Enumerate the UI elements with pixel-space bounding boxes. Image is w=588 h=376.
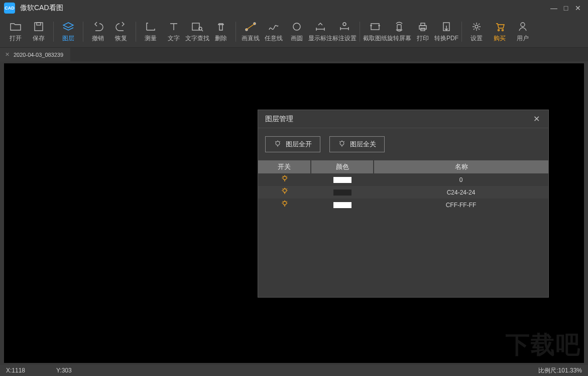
svg-point-45 [283, 189, 286, 193]
tool-label: 标注设置 [332, 34, 357, 43]
dialog-titlebar[interactable]: 图层管理 ✕ [258, 110, 548, 128]
tool-label: 文字 [168, 34, 180, 43]
tool-topdf[interactable]: 转换PDF [434, 18, 458, 46]
tool-label: 图层 [62, 34, 74, 43]
layer-row[interactable]: C24-24-24 [258, 186, 548, 199]
button-label: 图层全关 [350, 140, 376, 149]
layer-switch-cell[interactable] [258, 199, 311, 211]
tool-delete[interactable]: 删除 [209, 18, 232, 46]
svg-line-30 [275, 141, 276, 142]
svg-point-33 [340, 141, 344, 145]
svg-point-6 [254, 23, 256, 25]
status-x: X:1118 [6, 367, 56, 374]
svg-point-24 [475, 25, 478, 28]
svg-line-4 [201, 30, 203, 31]
toolbar-separator [236, 22, 236, 42]
bulb-icon [338, 140, 346, 148]
tool-layers[interactable]: 图层 [57, 18, 80, 46]
tool-buy[interactable]: 购买 [488, 18, 511, 46]
save-icon [32, 21, 45, 32]
delete-icon [214, 21, 227, 32]
layers-icon [62, 21, 75, 32]
svg-line-47 [282, 189, 283, 189]
tool-save[interactable]: 保存 [27, 18, 50, 46]
freeline-icon [267, 21, 280, 32]
dialog-close-button[interactable]: ✕ [531, 114, 541, 124]
tool-text[interactable]: 文字 [162, 18, 185, 46]
col-header-name: 名称 [374, 160, 548, 173]
tool-label: 撤销 [92, 34, 104, 43]
svg-line-55 [286, 201, 287, 202]
text-icon [167, 21, 180, 32]
layer-color-cell[interactable] [311, 173, 374, 186]
layer-color-cell[interactable] [311, 199, 374, 211]
svg-line-36 [344, 141, 345, 142]
toolbar-separator [360, 22, 360, 42]
layers-all-off-button[interactable]: 图层全关 [329, 136, 385, 152]
tool-freeline[interactable]: 任意线 [262, 18, 285, 46]
svg-line-54 [282, 201, 283, 202]
svg-rect-0 [35, 23, 43, 31]
window-close-button[interactable]: ✕ [572, 2, 584, 14]
col-header-switch: 开关 [258, 160, 311, 173]
status-y: Y:303 [56, 367, 106, 374]
open-icon [9, 21, 22, 32]
tool-label: 画直线 [242, 34, 260, 43]
svg-line-40 [282, 176, 283, 176]
tool-line[interactable]: 画直线 [239, 18, 262, 46]
tool-capture[interactable]: 截取图纸 [363, 18, 387, 46]
tool-label: 旋转屏幕 [387, 34, 411, 43]
buy-icon [493, 21, 506, 32]
svg-point-52 [283, 202, 286, 205]
tool-print[interactable]: 打印 [411, 18, 434, 46]
layer-color-cell[interactable] [311, 186, 374, 199]
svg-point-8 [293, 23, 300, 30]
tool-undo[interactable]: 撤销 [86, 18, 109, 46]
layer-name-cell: CFF-FF-FF [374, 199, 548, 211]
color-swatch [333, 177, 351, 183]
circle-icon [290, 21, 303, 32]
tool-redo[interactable]: 恢复 [109, 18, 133, 46]
color-swatch [333, 190, 351, 196]
svg-point-26 [502, 29, 504, 31]
tool-label: 用户 [517, 34, 529, 43]
tool-rotate[interactable]: 旋转屏幕 [387, 18, 411, 46]
tool-label: 打开 [10, 34, 22, 43]
svg-line-7 [248, 24, 254, 29]
tool-label: 打印 [417, 34, 429, 43]
svg-point-25 [498, 29, 500, 31]
tool-showanno[interactable]: 显示标注 [308, 18, 332, 46]
layer-switch-cell[interactable] [258, 186, 311, 199]
svg-point-27 [521, 23, 525, 27]
layer-row[interactable]: 0 [258, 173, 548, 186]
tool-settings[interactable]: 设置 [465, 18, 488, 46]
window-minimize-button[interactable]: — [548, 2, 560, 14]
svg-line-35 [339, 141, 340, 142]
svg-line-41 [286, 176, 287, 176]
layer-switch-cell[interactable] [258, 173, 311, 186]
svg-point-38 [283, 176, 286, 180]
tool-measure[interactable]: 测量 [139, 18, 162, 46]
status-bar: X:1118 Y:303 比例尺:101.33% [0, 365, 588, 376]
close-icon[interactable]: ✕ [5, 51, 10, 58]
svg-rect-2 [192, 23, 199, 30]
svg-rect-21 [421, 23, 425, 26]
tool-findtext[interactable]: 文字查找 [185, 18, 209, 46]
tool-open[interactable]: 打开 [4, 18, 27, 46]
dialog-title-text: 图层管理 [265, 115, 293, 124]
window-maximize-button[interactable]: □ [560, 2, 572, 14]
tool-user[interactable]: 用户 [511, 18, 534, 46]
document-tab[interactable]: ✕ 2020-04-03_083239 [0, 48, 70, 61]
rotate-icon [393, 21, 406, 32]
measure-icon [144, 21, 157, 32]
tool-label: 截取图纸 [363, 34, 387, 43]
layer-manager-dialog: 图层管理 ✕ 图层全开 图层全关 开关 颜色 名称 0C24-24-24CFF-… [258, 110, 549, 298]
app-logo: CAD [4, 3, 15, 14]
svg-rect-19 [397, 25, 401, 30]
layers-all-on-button[interactable]: 图层全开 [265, 136, 320, 152]
tool-circle[interactable]: 画圆 [285, 18, 308, 46]
tool-annosettings[interactable]: 标注设置 [332, 18, 357, 46]
line-icon [244, 21, 257, 32]
tool-label: 删除 [215, 34, 227, 43]
layer-row[interactable]: CFF-FF-FF [258, 199, 548, 211]
